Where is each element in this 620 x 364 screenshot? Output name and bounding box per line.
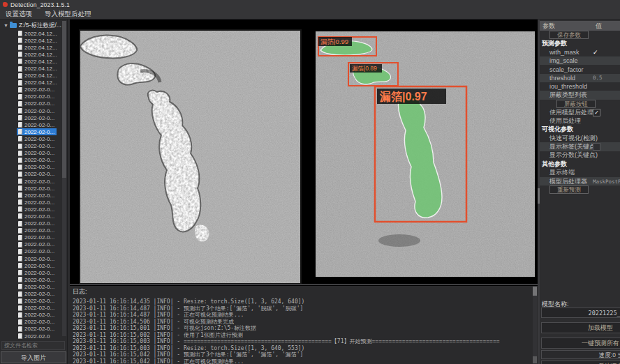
tree-file-item[interactable]: 2022.04.12... [17, 51, 59, 58]
import-images-button[interactable]: 导入图片 [1, 351, 66, 363]
parameter-label[interactable]: with_mask [549, 49, 580, 56]
tree-file-row[interactable]: 2022.04.12... [0, 44, 63, 51]
tree-file-row[interactable]: 2022-02-0... [0, 220, 63, 227]
parameter-value[interactable]: ✓ [593, 109, 600, 116]
tree-file-row[interactable]: 2022.04.12... [0, 30, 63, 37]
parameter-row[interactable]: 重新预测 [540, 185, 620, 194]
tree-file-item[interactable]: 2022-02-0... [17, 241, 57, 248]
log-scrollbar-thumb[interactable] [533, 287, 537, 296]
parameter-label[interactable]: 预测参数 [542, 39, 567, 48]
parameter-label[interactable]: 显示分数(关键点) [549, 151, 598, 160]
parameter-row[interactable]: img_scale [540, 56, 620, 65]
tree-root-node[interactable]: ▼ Z:/5-标注数据/... [0, 21, 63, 30]
tree-file-row[interactable]: 2022-02-0... [0, 262, 63, 269]
parameter-label[interactable]: 屏蔽按钮 [556, 100, 596, 108]
parameter-row[interactable]: 使用后处理 [540, 116, 620, 125]
parameter-row[interactable]: iou_threshold [540, 82, 620, 91]
parameter-label[interactable]: scale_factor [549, 66, 584, 73]
tree-file-row[interactable]: 2022-02-0... [0, 276, 63, 283]
tree-file-row[interactable]: 2022.04.12... [0, 37, 63, 44]
tree-file-row[interactable]: 2022-02-0... [0, 128, 63, 135]
tree-file-item[interactable]: 2022-02-0... [17, 114, 57, 121]
parameter-value[interactable]: MaskPostPro [593, 179, 620, 185]
original-image[interactable] [79, 29, 302, 285]
tree-file-row[interactable]: 2022-02-0... [0, 121, 63, 128]
tree-file-item[interactable]: 2022.04.12... [17, 30, 59, 37]
parameter-row[interactable]: 显示标签(关键点) [540, 142, 620, 151]
tree-file-row[interactable]: 2022-02-0... [0, 150, 63, 157]
parameter-row[interactable]: 可视化参数 [540, 126, 620, 134]
parameter-row[interactable]: 保存参数 [540, 31, 620, 39]
tree-file-item[interactable]: 2022.04.12... [17, 37, 59, 44]
parameter-row[interactable]: 显示终端 [540, 169, 620, 177]
tree-file-item[interactable]: 2022.04.12... [17, 66, 59, 73]
tree-file-row[interactable]: 2022-02-0... [0, 234, 63, 241]
tree-file-item[interactable]: 2022-02-0 [17, 333, 52, 339]
parameter-label[interactable]: 快速可视化(检测) [549, 134, 598, 143]
tree-file-row[interactable]: 2022-02-0... [0, 178, 63, 185]
parameter-row[interactable]: 模型后处理器 MaskPostPro [540, 177, 620, 185]
tree-file-row[interactable]: 2022.04.12... [0, 79, 63, 86]
parameter-label[interactable]: iou_threshold [549, 83, 587, 90]
parameter-label[interactable]: 显示终端 [549, 168, 575, 177]
tree-file-item[interactable]: 2022.04.12... [17, 44, 59, 51]
tree-file-item[interactable]: 2022-02-0... [17, 107, 57, 114]
tree-file-row[interactable]: 2022-02-0... [0, 326, 63, 333]
parameter-row[interactable]: 其他参数 [540, 160, 620, 168]
tree-file-item[interactable]: 2022-02-0... [17, 255, 57, 262]
parameter-row[interactable]: 屏蔽类型列表 [540, 91, 620, 99]
tree-file-item[interactable]: 2022-02-0... [17, 171, 57, 178]
tree-file-item[interactable]: 2022.04.12... [17, 73, 59, 79]
tree-file-item[interactable]: 2022-02-0... [17, 227, 57, 234]
tree-file-row[interactable]: 2022-02-0 [0, 333, 63, 339]
tree-file-row[interactable]: 2022-02-0... [0, 157, 63, 164]
prediction-image[interactable]: 漏箔|0.99 漏箔|0.89 漏箔|0.97 [316, 31, 535, 277]
tree-file-item[interactable]: 2022-02-0... [17, 121, 57, 128]
tree-file-row[interactable]: 2022-02-0... [0, 100, 63, 107]
tree-file-item[interactable]: 2022-02-0... [17, 192, 57, 199]
tree-file-row[interactable]: 2022-02-0... [0, 164, 63, 171]
load-model-button[interactable]: 加载模型 [541, 322, 620, 333]
tree-file-row[interactable]: 2022.04.12... [0, 58, 63, 65]
parameter-label[interactable]: img_scale [549, 57, 578, 64]
tree-file-item[interactable]: 2022-02-0... [17, 305, 57, 312]
predict-all-button[interactable]: 一键预测所有 [541, 338, 620, 349]
tree-file-row[interactable]: 2022-02-0... [0, 248, 63, 255]
tree-file-item[interactable]: 2022-02-0... [17, 93, 57, 100]
tree-file-item[interactable]: 2022-02-0... [17, 178, 57, 185]
tree-file-item[interactable]: 2022-02-0... [17, 220, 57, 227]
parameter-label[interactable]: 显示标签(关键点) [549, 142, 598, 151]
parameter-label[interactable]: 保存参数 [549, 31, 589, 39]
tree-file-item[interactable]: 2022-02-0... [17, 86, 57, 93]
parameter-value[interactable]: ✓ [593, 49, 598, 56]
parameter-value[interactable] [593, 143, 600, 151]
tree-file-row[interactable]: 2022-02-0... [0, 135, 63, 142]
tree-file-row[interactable]: 2022-02-0... [0, 269, 63, 276]
tree-file-row[interactable]: 2022-02-0... [0, 305, 63, 312]
expand-arrow-icon[interactable]: ▼ [3, 23, 8, 28]
tree-file-row[interactable]: 2022-02-0... [0, 255, 63, 262]
parameter-row[interactable]: 显示分数(关键点) [540, 151, 620, 160]
tree-file-item[interactable]: 2022-02-0... [17, 298, 57, 305]
tree-file-row[interactable]: 2022.04.12... [0, 73, 63, 79]
postprocess-settings-button[interactable]: 后处理参数设置 [541, 361, 620, 364]
tree-file-item[interactable]: 2022-02-0... [17, 248, 57, 255]
tree-file-item[interactable]: 2022-02-0... [17, 135, 57, 142]
tree-file-item[interactable]: 2022-02-0... [17, 157, 57, 164]
parameter-row[interactable]: 使用模型后处理 ✓ [540, 108, 620, 116]
tree-file-item[interactable]: 2022-02-0... [17, 164, 57, 171]
tree-file-item[interactable]: 2022-02-0... [17, 326, 57, 333]
tree-file-row[interactable]: 2022-02-0... [0, 319, 63, 326]
menu-item[interactable]: 设置选项 [0, 9, 38, 19]
tree-file-row[interactable]: 2022-02-0... [0, 143, 63, 150]
parameter-label[interactable]: 其他参数 [542, 160, 567, 169]
tree-file-row[interactable]: 2022-02-0... [0, 114, 63, 121]
tree-file-item[interactable]: 2022-02-0... [17, 100, 57, 107]
tree-file-item[interactable]: 2022-02-0... [17, 234, 57, 241]
tree-file-item[interactable]: 2022-02-0... [17, 143, 57, 150]
parameter-label[interactable]: 重新预测 [549, 185, 589, 194]
tree-file-row[interactable]: 2022-02-0... [0, 213, 63, 220]
tree-file-item[interactable]: 2022.04.12... [17, 79, 59, 86]
tree-file-row[interactable]: 2022-02-0... [0, 283, 63, 290]
tree-file-item[interactable]: 2022.04.12... [17, 58, 59, 65]
